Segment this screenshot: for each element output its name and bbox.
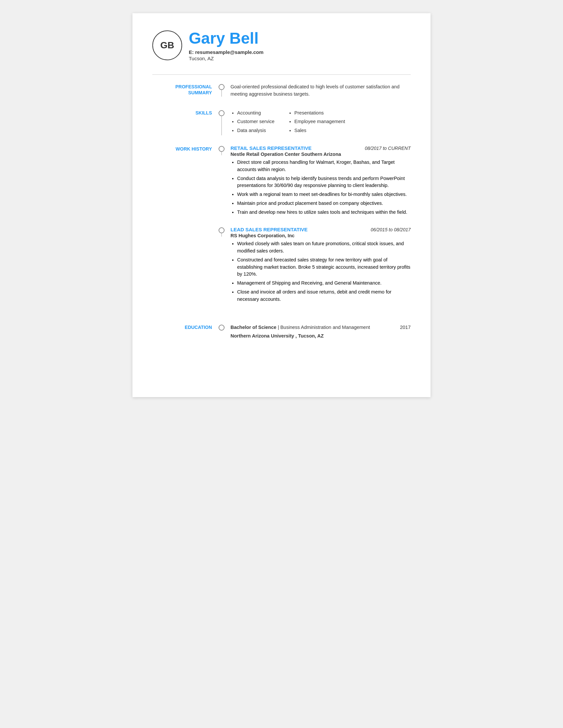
bullet-item: Work with a regional team to meet set-de…	[237, 191, 411, 198]
email-label: E:	[189, 49, 194, 55]
skills-line	[221, 116, 222, 135]
bullet-item: Direct store call process handling for W…	[237, 159, 411, 173]
job-1-detail: RETAIL SALES REPRESENTATIVE 08/2017 to C…	[230, 145, 411, 217]
skill-item: Data analysis	[237, 127, 274, 134]
avatar-initials: GB	[160, 40, 174, 51]
job-1-header: RETAIL SALES REPRESENTATIVE 08/2017 to C…	[230, 145, 411, 151]
header-divider	[152, 74, 411, 75]
job-2-company: RS Hughes Corporation, Inc	[230, 233, 411, 238]
work-content: RETAIL SALES REPRESENTATIVE 08/2017 to C…	[218, 145, 411, 314]
bullet-item: Management of Shipping and Receiving, an…	[237, 280, 411, 287]
job-2-line	[221, 233, 222, 237]
job-1-line	[221, 152, 222, 155]
job-2-header: LEAD SALES REPRESENTATIVE 06/2015 to 08/…	[230, 227, 411, 232]
summary-content: Goal-oriented professional dedicated to …	[230, 83, 411, 99]
skills-label: SKILLS	[152, 109, 218, 135]
summary-timeline	[218, 83, 224, 97]
email-line: E: resumesample@sample.com	[189, 49, 263, 55]
education-content: Bachelor of Science | Business Administr…	[230, 324, 411, 340]
job-1-dates: 08/2017 to CURRENT	[365, 146, 411, 151]
summary-dot	[218, 84, 224, 90]
education-timeline	[218, 324, 224, 331]
bullet-item: Maintain price and product placement bas…	[237, 200, 411, 207]
summary-text: Goal-oriented professional dedicated to …	[230, 83, 411, 98]
job-2-detail: LEAD SALES REPRESENTATIVE 06/2015 to 08/…	[230, 227, 411, 304]
professional-summary-section: PROFESSIONALSUMMARY Goal-oriented profes…	[152, 83, 411, 99]
education-section: EDUCATION Bachelor of Science | Business…	[152, 324, 411, 340]
bullet-item: Train and develop new hires to utilize s…	[237, 209, 411, 216]
job-2-dates: 06/2015 to 08/2017	[371, 227, 411, 232]
skills-dot	[218, 110, 224, 116]
resume-page: GB Gary Bell E: resumesample@sample.com …	[132, 13, 431, 397]
job-2: LEAD SALES REPRESENTATIVE 06/2015 to 08/…	[218, 227, 411, 304]
bullet-item: Close and invoice all orders and issue r…	[237, 289, 411, 303]
skills-content: Accounting Customer service Data analysi…	[230, 109, 411, 135]
work-label: WORK HISTORY	[152, 145, 218, 152]
skills-col-2: Presentations Employee management Sales	[288, 109, 345, 135]
skills-list-2: Presentations Employee management Sales	[288, 109, 345, 134]
resume-header: GB Gary Bell E: resumesample@sample.com …	[152, 30, 411, 61]
skills-grid: Accounting Customer service Data analysi…	[230, 109, 411, 135]
candidate-name: Gary Bell	[189, 30, 263, 47]
job-1: RETAIL SALES REPRESENTATIVE 08/2017 to C…	[218, 145, 411, 217]
avatar: GB	[152, 30, 182, 60]
edu-row: Bachelor of Science | Business Administr…	[230, 324, 411, 331]
job-1-dot	[218, 146, 224, 152]
skill-item: Customer service	[237, 118, 274, 125]
skills-timeline	[218, 109, 224, 135]
job-2-bullets: Worked closely with sales team on future…	[230, 240, 411, 303]
education-label: EDUCATION	[152, 324, 218, 330]
edu-degree: Bachelor of Science | Business Administr…	[230, 324, 370, 331]
edu-school: Northern Arizona University , Tucson, AZ	[230, 332, 411, 340]
job-2-dot	[218, 227, 224, 233]
skills-col-1: Accounting Customer service Data analysi…	[230, 109, 274, 135]
bullet-item: Constructed and forecasted sales strateg…	[237, 256, 411, 278]
skill-item: Accounting	[237, 109, 274, 116]
job-1-title: RETAIL SALES REPRESENTATIVE	[230, 145, 312, 151]
header-info: Gary Bell E: resumesample@sample.com Tuc…	[189, 30, 263, 61]
job-1-bullets: Direct store call process handling for W…	[230, 159, 411, 216]
job-2-timeline	[218, 227, 224, 237]
job-1-timeline	[218, 145, 224, 155]
work-history-section: WORK HISTORY RETAIL SALES REPRESENTATIVE…	[152, 145, 411, 314]
summary-line	[221, 90, 222, 97]
skill-item: Sales	[295, 127, 345, 134]
job-1-company: Nestle Retail Operation Center Southern …	[230, 152, 411, 157]
skills-list-1: Accounting Customer service Data analysi…	[230, 109, 274, 134]
bullet-item: Worked closely with sales team on future…	[237, 240, 411, 255]
job-2-title: LEAD SALES REPRESENTATIVE	[230, 227, 308, 232]
location: Tucson, AZ	[189, 56, 263, 61]
skills-section: SKILLS Accounting Customer service Data …	[152, 109, 411, 135]
edu-degree-bold: Bachelor of Science	[230, 325, 276, 330]
bullet-item: Conduct data analysis to help identify b…	[237, 175, 411, 190]
edu-year: 2017	[400, 324, 411, 331]
education-dot	[218, 325, 224, 331]
edu-field: Business Administration and Management	[280, 325, 370, 330]
email-value: resumesample@sample.com	[195, 49, 263, 55]
skill-item: Employee management	[295, 118, 345, 125]
skill-item: Presentations	[295, 109, 345, 116]
summary-label: PROFESSIONALSUMMARY	[152, 83, 218, 96]
